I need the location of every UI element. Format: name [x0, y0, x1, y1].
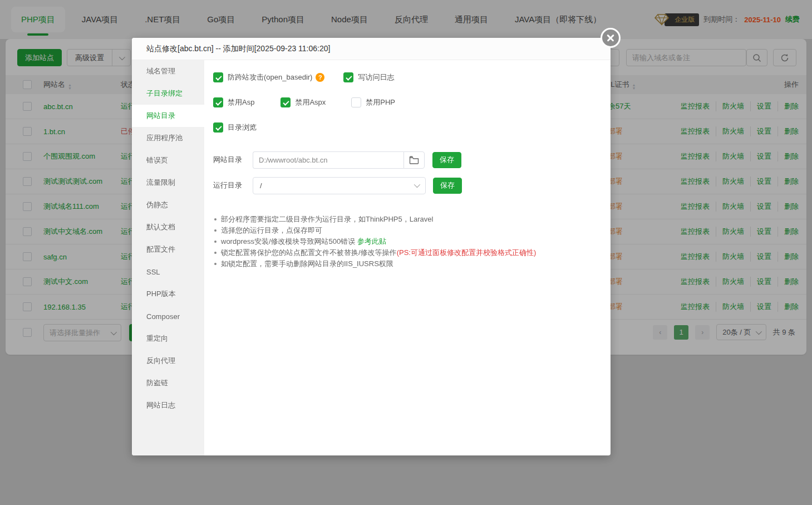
- checkbox-unchecked[interactable]: [351, 97, 361, 107]
- tip-item: 如锁定配置，需要手动删除网站目录的IIS_IUSRS权限: [213, 258, 611, 269]
- site-dir-row: 网站目录 保存: [213, 149, 611, 170]
- modal-title: 站点修改[abc.bt.cn] -- 添加时间[2025-09-23 11:06…: [132, 38, 611, 60]
- checkbox-checked[interactable]: [213, 97, 223, 107]
- option-access-log[interactable]: 写访问日志: [343, 72, 394, 82]
- site-dir-input[interactable]: [253, 151, 403, 169]
- site-dir-label: 网站目录: [213, 155, 244, 165]
- tip-item: wordpress安装/修改模块导致网站500错误 参考此贴: [213, 236, 611, 247]
- modal-sidebar-item[interactable]: 网站目录: [132, 105, 204, 127]
- modal-sidebar-item[interactable]: 反向代理: [132, 350, 204, 372]
- modal-sidebar-item[interactable]: 伪静态: [132, 194, 204, 216]
- modal-sidebar-item[interactable]: 错误页: [132, 149, 204, 171]
- chevron-down-icon: [414, 182, 420, 188]
- checkbox-checked[interactable]: [343, 72, 353, 82]
- tip-item: 选择您的运行目录，点保存即可: [213, 225, 611, 236]
- modal-sidebar-item[interactable]: SSL: [132, 261, 204, 283]
- option-disable-asp[interactable]: 禁用Asp: [213, 97, 254, 107]
- tip-item: 部分程序需要指定二级目录作为运行目录，如ThinkPHP5，Laravel: [213, 214, 611, 225]
- modal-sidebar-item[interactable]: 重定向: [132, 327, 204, 350]
- option-dir-browse[interactable]: 目录浏览: [213, 122, 257, 133]
- checkbox-checked[interactable]: [213, 72, 223, 82]
- save-run-dir-button[interactable]: 保存: [433, 178, 462, 194]
- checkbox-checked[interactable]: [213, 122, 223, 133]
- run-dir-label: 运行目录: [213, 180, 244, 190]
- reference-link[interactable]: 参考此贴: [357, 237, 386, 246]
- modal-sidebar-item[interactable]: 配置文件: [132, 238, 204, 261]
- modal-sidebar-item[interactable]: 网站日志: [132, 394, 204, 416]
- save-site-dir-button[interactable]: 保存: [432, 152, 461, 168]
- modal-body: 防跨站攻击(open_basedir) ? 写访问日志 禁用Asp 禁用Aspx…: [204, 60, 611, 455]
- modal-sidebar-item[interactable]: 流量限制: [132, 171, 204, 194]
- modal-sidebar: 域名管理 子目录绑定 网站目录 应用程序池 错误页 流量限制 伪静态: [132, 60, 204, 455]
- modal-sidebar-item[interactable]: 默认文档: [132, 216, 204, 238]
- folder-icon[interactable]: [403, 151, 425, 169]
- close-icon[interactable]: [601, 28, 621, 48]
- modal-sidebar-item[interactable]: PHP版本: [132, 283, 204, 305]
- tip-item: 锁定配置将保护您的站点配置文件不被替换/修改等操作(PS:可通过面板修改配置并校…: [213, 247, 611, 258]
- modal-sidebar-item[interactable]: 防盗链: [132, 372, 204, 394]
- option-disable-aspx[interactable]: 禁用Aspx: [280, 97, 326, 107]
- modal-sidebar-item[interactable]: 子目录绑定: [132, 82, 204, 105]
- site-edit-modal: 站点修改[abc.bt.cn] -- 添加时间[2025-09-23 11:06…: [132, 38, 611, 455]
- run-dir-select[interactable]: /: [253, 177, 426, 194]
- option-disable-php[interactable]: 禁用PHP: [351, 97, 395, 107]
- option-open-basedir[interactable]: 防跨站攻击(open_basedir) ?: [213, 72, 324, 82]
- checkbox-checked[interactable]: [280, 97, 291, 107]
- help-icon[interactable]: ?: [316, 73, 324, 82]
- modal-sidebar-item[interactable]: Composer: [132, 305, 204, 327]
- tips-list: 部分程序需要指定二级目录作为运行目录，如ThinkPHP5，Laravel 选择…: [213, 214, 611, 269]
- modal-sidebar-item[interactable]: 应用程序池: [132, 127, 204, 149]
- modal-sidebar-item[interactable]: 域名管理: [132, 60, 204, 82]
- run-dir-row: 运行目录 / 保存: [213, 175, 611, 196]
